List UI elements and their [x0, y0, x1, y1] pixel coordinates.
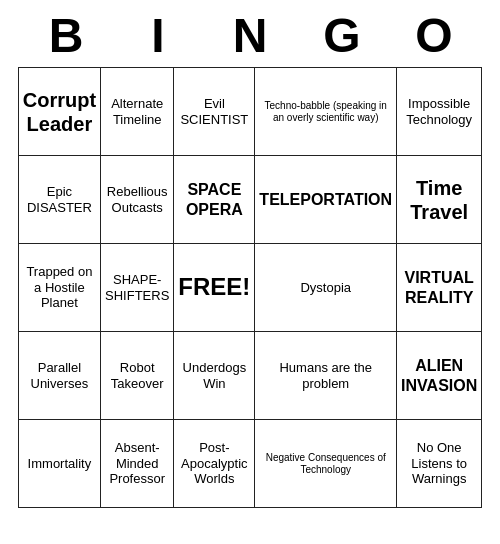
letter-g: G: [312, 8, 372, 63]
cell-r2-c2: FREE!: [174, 244, 255, 332]
cell-r1-c0: Epic DISASTER: [18, 156, 100, 244]
cell-r0-c0: Corrupt Leader: [18, 68, 100, 156]
cell-r2-c0: Trapped on a Hostile Planet: [18, 244, 100, 332]
letter-n: N: [220, 8, 280, 63]
bingo-title: B I N G O: [20, 0, 480, 67]
letter-b: B: [36, 8, 96, 63]
cell-r4-c4: No One Listens to Warnings: [397, 420, 482, 508]
letter-o: O: [404, 8, 464, 63]
cell-r2-c4: VIRTUAL REALITY: [397, 244, 482, 332]
letter-i: I: [128, 8, 188, 63]
cell-r3-c0: Parallel Universes: [18, 332, 100, 420]
cell-r2-c3: Dystopia: [255, 244, 397, 332]
cell-r3-c3: Humans are the problem: [255, 332, 397, 420]
cell-r1-c1: Rebellious Outcasts: [101, 156, 174, 244]
cell-r4-c0: Immortality: [18, 420, 100, 508]
cell-r2-c1: SHAPE-SHIFTERS: [101, 244, 174, 332]
cell-r4-c3: Negative Consequences of Technology: [255, 420, 397, 508]
cell-r1-c4: Time Travel: [397, 156, 482, 244]
cell-r4-c1: Absent-Minded Professor: [101, 420, 174, 508]
cell-r0-c4: Impossible Technology: [397, 68, 482, 156]
cell-r1-c3: TELEPORTATION: [255, 156, 397, 244]
cell-r0-c2: Evil SCIENTIST: [174, 68, 255, 156]
cell-r0-c3: Techno-babble (speaking in an overly sci…: [255, 68, 397, 156]
cell-r3-c4: ALIEN INVASION: [397, 332, 482, 420]
bingo-grid: Corrupt LeaderAlternate TimelineEvil SCI…: [18, 67, 483, 508]
cell-r3-c2: Underdogs Win: [174, 332, 255, 420]
cell-r1-c2: SPACE OPERA: [174, 156, 255, 244]
cell-r4-c2: Post-Apocalyptic Worlds: [174, 420, 255, 508]
cell-r0-c1: Alternate Timeline: [101, 68, 174, 156]
cell-r3-c1: Robot Takeover: [101, 332, 174, 420]
